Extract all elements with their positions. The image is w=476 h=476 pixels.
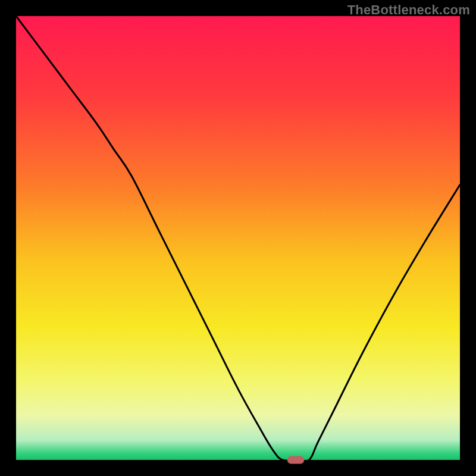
plot-background	[16, 16, 460, 460]
optimum-marker	[287, 456, 304, 464]
watermark-text: TheBottleneck.com	[347, 2, 470, 18]
chart-frame: TheBottleneck.com	[0, 0, 476, 476]
bottleneck-chart	[0, 0, 476, 476]
